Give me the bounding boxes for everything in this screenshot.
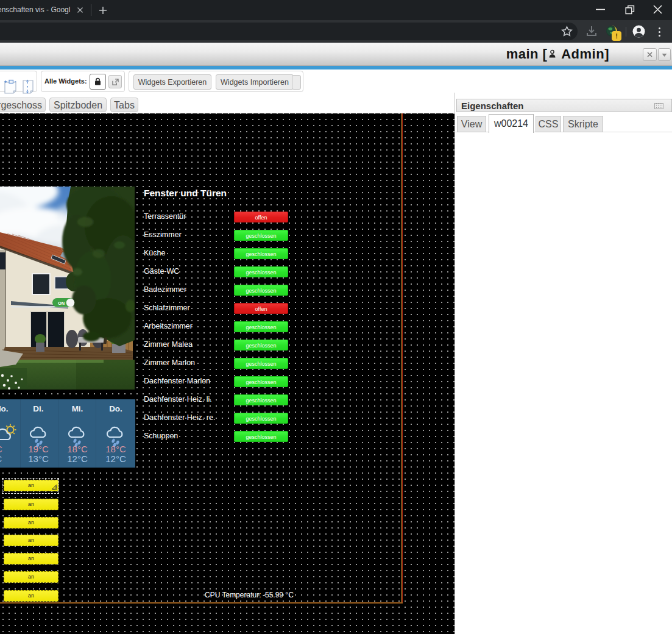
svg-text:ON: ON [58, 301, 65, 306]
